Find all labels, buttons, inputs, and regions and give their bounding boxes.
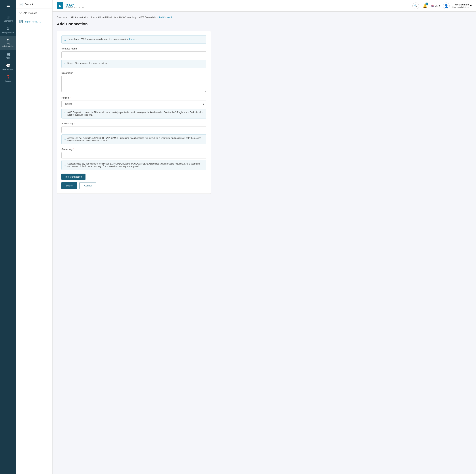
- sidebar-item-label: API Administration: [1, 43, 15, 48]
- community-icon: 💬: [6, 63, 11, 68]
- access-key-hint-icon: ℹ: [65, 137, 66, 140]
- secret-key-hint-text: Secret access key (for example, wJalrXUt…: [67, 162, 203, 168]
- instance-name-hint: ℹ Name of the instance. It should be uni…: [61, 60, 206, 68]
- instance-name-input[interactable]: [61, 52, 206, 58]
- logo-sub: DIGITAL APICRAFT: [66, 7, 85, 8]
- user-menu[interactable]: 👤 Hi ekta umare ekta.u+pm@digita... ▾: [443, 2, 472, 9]
- find-apis-icon: ⚙: [6, 26, 10, 31]
- sidebar-item-label: Find your APIs: [2, 32, 14, 34]
- header-right: 🔍 🔔 0 🇬🇧 EN ▾ 👤 Hi ekta umare ekta.u+pm@…: [412, 2, 472, 9]
- sidebar-item-community[interactable]: 💬 API Community: [0, 61, 16, 73]
- breadcrumb-sep-1: ›: [69, 16, 69, 19]
- lang-label: EN: [435, 4, 438, 7]
- hint-text: Name of the instance. It should be uniqu…: [67, 62, 108, 65]
- required-star-secret-key: *: [73, 148, 74, 151]
- breadcrumb-sep-3: ›: [117, 16, 118, 19]
- dashboard-icon: ⊞: [7, 15, 10, 19]
- svg-text:D: D: [59, 4, 61, 7]
- description-textarea[interactable]: [61, 76, 206, 92]
- form-actions: Submit Cancel: [61, 182, 206, 189]
- breadcrumb: Dashboard › API Administration › Import …: [57, 16, 472, 19]
- sidebar-item-find-apis[interactable]: ⚙ Find your APIs: [0, 24, 16, 36]
- breadcrumb-api-admin[interactable]: API Administration: [70, 16, 88, 19]
- breadcrumb-sep-4: ›: [137, 16, 138, 19]
- instance-name-label: Instance name *: [61, 47, 206, 50]
- left-navigation: ☰ ⊞ Dashboard ⚙ Find your APIs ⚙ API Adm…: [0, 0, 16, 474]
- user-text: Hi ekta umare ekta.u+pm@digita...: [451, 3, 469, 8]
- submit-button[interactable]: Submit: [61, 182, 77, 189]
- sidebar-api-products-label: API Products: [24, 12, 37, 14]
- sidebar-item-api-admin[interactable]: ⚙ API Administration: [0, 36, 16, 50]
- breadcrumb-sep-2: ›: [89, 16, 90, 19]
- secret-key-label: Secret key *: [61, 148, 206, 151]
- sidebar-item-label: Apps: [6, 57, 10, 59]
- sidebar-item-label: Support: [5, 80, 11, 82]
- required-star-access-key: *: [74, 122, 75, 125]
- description-label: Description: [61, 71, 206, 74]
- secondary-sidebar: 📄 Content ⚙ API Products 🔄 Import APIs /…: [16, 0, 52, 474]
- breadcrumb-add-connection: Add Connection: [159, 16, 174, 19]
- breadcrumb-import-apis[interactable]: Import APIs/API Products: [91, 16, 116, 19]
- access-key-hint-text: Access key (for example, AKIAIOSFODNN7EX…: [67, 137, 203, 142]
- breadcrumb-aws-connectivity[interactable]: AWS Connectivity: [119, 16, 136, 19]
- info-text-content: To configure AWS instance details refer …: [67, 38, 129, 40]
- sidebar-item-dashboard[interactable]: ⊞ Dashboard: [0, 13, 16, 24]
- breadcrumb-sep-5: ›: [157, 16, 158, 19]
- secret-key-hint-icon: ℹ: [65, 163, 66, 166]
- access-key-hint: ℹ Access key (for example, AKIAIOSFODNN7…: [61, 134, 206, 144]
- form-card: ℹ To configure AWS instance details refe…: [57, 31, 211, 194]
- sidebar-item-label: API Community: [2, 69, 14, 71]
- chevron-down-icon: ▾: [439, 4, 440, 7]
- breadcrumb-dashboard[interactable]: Dashboard: [57, 16, 68, 19]
- sidebar-import-apis[interactable]: 🔄 Import APIs / ...: [16, 18, 52, 26]
- logo-graphic: D: [57, 2, 63, 9]
- import-apis-icon: 🔄: [19, 20, 23, 23]
- user-email: ekta.u+pm@digita...: [451, 6, 469, 8]
- search-icon: 🔍: [414, 4, 417, 7]
- user-avatar: 👤: [443, 2, 450, 9]
- sidebar-item-apps[interactable]: ▣ Apps: [0, 50, 16, 61]
- required-star: *: [78, 47, 78, 50]
- search-button[interactable]: 🔍: [412, 2, 419, 9]
- sidebar-api-products[interactable]: ⚙ API Products: [16, 9, 52, 18]
- main-area: D DAC DIGITAL APICRAFT 🔍 🔔 0 🇬🇧 EN ▾: [52, 0, 476, 474]
- logo: D DAC DIGITAL APICRAFT: [57, 2, 85, 9]
- page-title: Add Connection: [57, 22, 472, 26]
- field-secret-key: Secret key * ℹ Secret access key (for ex…: [61, 148, 206, 170]
- region-hint-text: AWS Region to connect to. This should be…: [67, 111, 203, 116]
- support-icon: ❓: [6, 75, 11, 79]
- access-key-input[interactable]: [61, 126, 206, 133]
- required-star-region: *: [69, 96, 70, 99]
- api-admin-icon: ⚙: [6, 38, 10, 42]
- hamburger-icon: ☰: [6, 3, 10, 8]
- user-name: Hi ekta umare: [451, 3, 469, 6]
- apps-icon: ▣: [6, 52, 10, 56]
- sidebar-item-support[interactable]: ❓ Support: [0, 73, 16, 85]
- hamburger-menu[interactable]: ☰: [4, 2, 12, 9]
- region-hint: ℹ AWS Region to connect to. This should …: [61, 109, 206, 119]
- breadcrumb-aws-credentials[interactable]: AWS Credentials: [139, 16, 156, 19]
- flag-icon: 🇬🇧: [431, 4, 434, 7]
- info-text: To configure AWS instance details refer …: [67, 38, 135, 40]
- content-icon: 📄: [19, 2, 23, 6]
- api-products-icon: ⚙: [19, 11, 22, 15]
- secret-key-hint: ℹ Secret access key (for example, wJalrX…: [61, 160, 206, 170]
- region-hint-icon: ℹ: [65, 111, 66, 115]
- secret-key-input[interactable]: [61, 152, 206, 159]
- language-selector[interactable]: 🇬🇧 EN ▾: [431, 4, 440, 7]
- cancel-button[interactable]: Cancel: [80, 182, 96, 189]
- sidebar-import-apis-label: Import APIs / ...: [25, 20, 41, 23]
- region-select-wrapper: - Select - us-east-1 us-west-2 eu-west-1…: [61, 101, 206, 107]
- test-connection-button[interactable]: Test Connection: [61, 174, 85, 180]
- sidebar-content[interactable]: 📄 Content: [16, 0, 52, 9]
- hint-icon: ℹ: [65, 62, 66, 66]
- field-access-key: Access key * ℹ Access key (for example, …: [61, 122, 206, 144]
- field-region: Region * - Select - us-east-1 us-west-2 …: [61, 96, 206, 119]
- info-box-top: ℹ To configure AWS instance details refe…: [61, 35, 206, 44]
- region-select[interactable]: - Select - us-east-1 us-west-2 eu-west-1: [61, 101, 206, 107]
- notification-badge: 0: [425, 2, 428, 5]
- top-header: D DAC DIGITAL APICRAFT 🔍 🔔 0 🇬🇧 EN ▾: [52, 0, 476, 12]
- info-link[interactable]: here: [129, 38, 134, 40]
- info-icon: ℹ: [65, 38, 66, 41]
- notifications-button[interactable]: 🔔 0: [422, 2, 428, 9]
